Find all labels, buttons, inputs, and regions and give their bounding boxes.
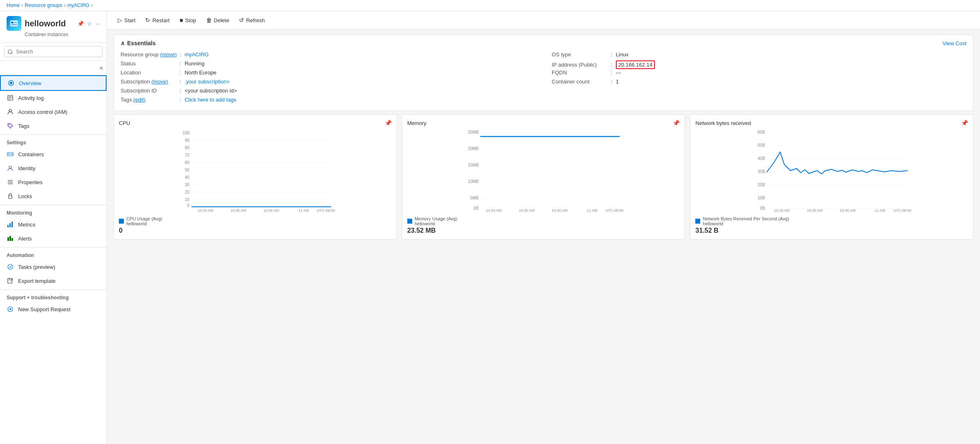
delete-button[interactable]: 🗑 Delete	[202, 14, 234, 26]
unpin-icon[interactable]: 📌	[77, 21, 84, 27]
sidebar: helloworld 📌 ☆ ··· Container instances «	[0, 11, 107, 444]
breadcrumb: Home › Resource groups › myACIRG ›	[0, 0, 980, 11]
status-value: Running	[185, 60, 204, 67]
svg-rect-2	[14, 21, 17, 23]
cpu-legend-dot	[119, 219, 124, 224]
network-chart-pin-icon[interactable]: 📌	[961, 120, 968, 126]
sidebar-item-metrics-label: Metrics	[18, 222, 35, 228]
cpu-chart-area: 100 90 80 70 60 50 40 30 20 10 0	[119, 130, 392, 213]
sidebar-item-activity-log[interactable]: Activity log	[0, 91, 107, 105]
essentials-chevron: ∧	[121, 40, 125, 46]
cpu-chart-svg: 100 90 80 70 60 50 40 30 20 10 0	[119, 130, 392, 212]
svg-text:40: 40	[185, 175, 190, 180]
svg-rect-20	[7, 225, 9, 227]
favorite-icon[interactable]: ☆	[87, 21, 92, 27]
tags-value[interactable]: Click here to add tags	[185, 97, 237, 103]
svg-text:0B: 0B	[760, 206, 765, 210]
svg-text:10:30 AM: 10:30 AM	[519, 208, 534, 212]
app-title: helloworld	[25, 19, 66, 28]
svg-point-15	[9, 166, 12, 169]
view-cost-link[interactable]: View Cost	[943, 40, 966, 46]
start-button[interactable]: ▷ Start	[114, 14, 139, 26]
refresh-icon: ↺	[239, 17, 244, 23]
svg-text:25MB: 25MB	[468, 130, 478, 134]
svg-text:70: 70	[185, 153, 190, 157]
svg-rect-23	[7, 237, 9, 241]
stop-button[interactable]: ■ Stop	[175, 14, 200, 26]
svg-rect-25	[12, 238, 13, 241]
refresh-button[interactable]: ↺ Refresh	[235, 14, 269, 26]
svg-text:5MB: 5MB	[470, 196, 478, 200]
stop-icon: ■	[179, 17, 183, 23]
svg-text:10: 10	[185, 197, 190, 202]
sidebar-item-export-template[interactable]: Export template	[0, 274, 107, 288]
memory-legend-text: Memory Usage (Avg)	[415, 216, 457, 221]
subscription-value[interactable]: ,your subscription>	[185, 79, 230, 85]
svg-text:10:45 AM: 10:45 AM	[840, 208, 856, 212]
svg-text:0B: 0B	[474, 206, 479, 210]
alerts-icon	[7, 235, 14, 242]
sidebar-item-access-control-label: Access control (IAM)	[18, 109, 67, 115]
delete-icon: 🗑	[206, 17, 212, 23]
memory-chart-pin-icon[interactable]: 📌	[673, 120, 680, 126]
network-chart-value: 31.52 B	[695, 227, 968, 234]
network-chart-svg: 60B 50B 40B 30B 20B 10B 0B	[695, 130, 968, 212]
svg-text:10:45 AM: 10:45 AM	[552, 208, 567, 212]
memory-legend-sub: helloworld	[415, 221, 457, 226]
svg-text:20MB: 20MB	[468, 146, 478, 151]
svg-rect-14	[11, 153, 12, 155]
restart-button[interactable]: ↻ Restart	[141, 14, 174, 26]
svg-text:10:15 AM: 10:15 AM	[774, 208, 790, 212]
monitoring-section-title: Monitoring	[0, 205, 107, 217]
svg-rect-3	[11, 24, 17, 25]
cpu-chart-value: 0	[119, 227, 392, 234]
sidebar-item-identity[interactable]: Identity	[0, 161, 107, 175]
sidebar-item-locks[interactable]: Locks	[0, 189, 107, 203]
sidebar-item-containers[interactable]: Containers	[0, 147, 107, 161]
breadcrumb-home[interactable]: Home	[7, 2, 20, 8]
container-count-value: 1	[616, 79, 619, 85]
subscription-move-link[interactable]: (move)	[151, 79, 168, 85]
network-chart-title: Network bytes received	[695, 120, 751, 126]
sidebar-item-alerts[interactable]: Alerts	[0, 231, 107, 245]
svg-text:0: 0	[187, 203, 190, 208]
sidebar-item-tasks[interactable]: Tasks (preview)	[0, 260, 107, 274]
collapse-sidebar-button[interactable]: «	[100, 64, 103, 72]
sidebar-item-access-control[interactable]: Access control (IAM)	[0, 105, 107, 119]
breadcrumb-myacirg[interactable]: myACIRG	[67, 2, 89, 8]
network-legend-sub: helloworld	[703, 221, 789, 226]
search-input[interactable]	[4, 46, 102, 57]
resource-group-value[interactable]: myACIRG	[185, 51, 209, 58]
svg-text:30B: 30B	[758, 169, 765, 174]
breadcrumb-resource-groups[interactable]: Resource groups	[25, 2, 62, 8]
svg-text:20B: 20B	[758, 183, 765, 187]
svg-rect-27	[8, 278, 12, 283]
sidebar-item-new-support[interactable]: New Support Request	[0, 302, 107, 316]
cpu-chart-pin-icon[interactable]: 📌	[385, 120, 392, 126]
more-icon[interactable]: ···	[95, 21, 100, 27]
essentials-os-type: OS type : Linux	[552, 51, 966, 60]
ip-address-value: 20.166.162.14	[616, 60, 655, 69]
sidebar-item-tags[interactable]: Tags	[0, 119, 107, 133]
memory-chart-area: 25MB 20MB 15MB 10MB 5MB 0B	[407, 130, 680, 213]
essentials-right-column: OS type : Linux IP address (Public) : 20…	[552, 51, 966, 106]
settings-section-title: Settings	[0, 134, 107, 147]
cpu-chart-title: CPU	[119, 120, 130, 126]
memory-chart-value: 23.52 MB	[407, 227, 680, 234]
essentials-panel: ∧ Essentials View Cost Resource group (m…	[114, 35, 973, 111]
sidebar-item-properties[interactable]: Properties	[0, 175, 107, 189]
sidebar-item-overview[interactable]: Overview	[0, 75, 107, 91]
location-value: North Europe	[185, 69, 216, 76]
essentials-fqdn: FQDN : ---	[552, 69, 966, 79]
svg-text:50B: 50B	[758, 143, 765, 148]
memory-chart-svg: 25MB 20MB 15MB 10MB 5MB 0B	[407, 130, 680, 212]
sidebar-item-properties-label: Properties	[18, 179, 42, 185]
cpu-chart-card: CPU 📌 100 90 80 70 60 50 40 30 20	[114, 114, 397, 240]
start-icon: ▷	[118, 17, 122, 23]
essentials-status: Status : Running	[121, 60, 535, 69]
svg-text:10MB: 10MB	[468, 179, 478, 184]
resource-group-move-link[interactable]: (move)	[160, 51, 176, 58]
svg-point-11	[9, 124, 9, 125]
tags-edit-link[interactable]: (edit)	[133, 97, 146, 103]
sidebar-item-metrics[interactable]: Metrics	[0, 217, 107, 231]
